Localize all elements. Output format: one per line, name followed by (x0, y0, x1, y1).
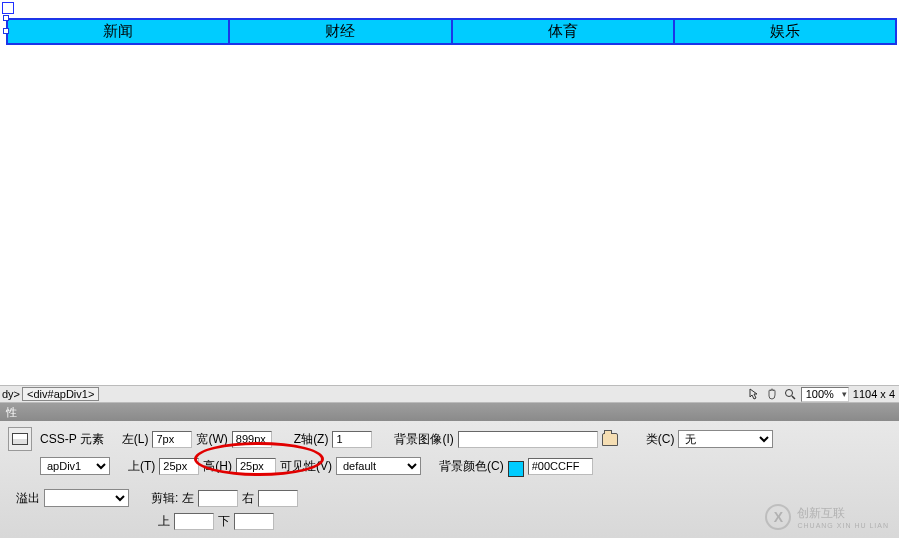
properties-panel-header[interactable]: 性 (0, 403, 899, 421)
panel-title: 性 (6, 406, 17, 418)
left-input[interactable] (152, 431, 192, 448)
watermark-text: 创新互联 (797, 506, 845, 520)
properties-panel: CSS-P 元素 左(L) 宽(W) Z轴(Z) 背景图像(I) 类(C) 无 … (0, 421, 899, 538)
bgimage-input[interactable] (458, 431, 598, 448)
clip-top-label: 上 (158, 513, 170, 530)
element-marker[interactable] (2, 2, 14, 14)
visibility-label: 可见性(V) (280, 458, 332, 475)
clip-left-label: 左 (182, 490, 194, 507)
nav-item-finance[interactable]: 财经 (230, 20, 452, 43)
canvas-dimensions: 1104 x 4 (853, 388, 895, 400)
left-label: 左(L) (122, 431, 149, 448)
width-input[interactable] (232, 431, 272, 448)
class-label: 类(C) (646, 431, 675, 448)
nav-label: 体育 (548, 22, 578, 41)
z-input[interactable] (332, 431, 372, 448)
zoom-icon[interactable] (783, 387, 797, 401)
zoom-select[interactable]: 100% (801, 387, 849, 402)
clip-right-label: 右 (242, 490, 254, 507)
width-label: 宽(W) (196, 431, 227, 448)
overflow-label: 溢出 (16, 490, 40, 507)
visibility-select[interactable]: default (336, 457, 421, 475)
design-canvas[interactable]: 新闻 财经 体育 娱乐 (0, 0, 899, 400)
color-swatch[interactable] (508, 461, 524, 477)
watermark-subtext: CHUANG XIN HU LIAN (797, 522, 889, 529)
folder-icon[interactable] (602, 433, 618, 446)
nav-label: 财经 (325, 22, 355, 41)
top-label: 上(T) (128, 458, 155, 475)
nav-item-sports[interactable]: 体育 (453, 20, 675, 43)
height-input[interactable] (236, 458, 276, 475)
clip-top-input[interactable] (174, 513, 214, 530)
bgcolor-input[interactable] (528, 458, 593, 475)
class-select[interactable]: 无 (678, 430, 773, 448)
z-label: Z轴(Z) (294, 431, 329, 448)
pointer-icon[interactable] (747, 387, 761, 401)
id-select[interactable]: apDiv1 (40, 457, 110, 475)
overflow-select[interactable] (44, 489, 129, 507)
nav-label: 新闻 (103, 22, 133, 41)
nav-label: 娱乐 (770, 22, 800, 41)
nav-item-entertainment[interactable]: 娱乐 (675, 20, 895, 43)
tag-selector-bar: dy> <div#apDiv1> 100% 1104 x 4 (0, 385, 899, 403)
bgcolor-label: 背景颜色(C) (439, 458, 504, 475)
watermark-logo-icon: X (765, 504, 791, 530)
bgimage-label: 背景图像(I) (394, 431, 453, 448)
watermark: X 创新互联 CHUANG XIN HU LIAN (765, 504, 889, 530)
clip-right-input[interactable] (258, 490, 298, 507)
hand-icon[interactable] (765, 387, 779, 401)
ap-div-navbar[interactable]: 新闻 财经 体育 娱乐 (6, 18, 897, 45)
element-type-icon (8, 427, 32, 451)
height-label: 高(H) (203, 458, 232, 475)
clip-left-input[interactable] (198, 490, 238, 507)
svg-line-1 (792, 396, 795, 399)
clip-bottom-input[interactable] (234, 513, 274, 530)
top-input[interactable] (159, 458, 199, 475)
selection-handle[interactable] (3, 15, 9, 21)
nav-item-news[interactable]: 新闻 (8, 20, 230, 43)
svg-point-0 (785, 390, 792, 397)
tag-path-body[interactable]: dy> (2, 388, 20, 400)
clip-bottom-label: 下 (218, 513, 230, 530)
selection-handle[interactable] (3, 28, 9, 34)
tag-selector[interactable]: <div#apDiv1> (22, 387, 99, 401)
heading-cssp: CSS-P 元素 (40, 431, 104, 448)
clip-label: 剪辑: (151, 490, 178, 507)
